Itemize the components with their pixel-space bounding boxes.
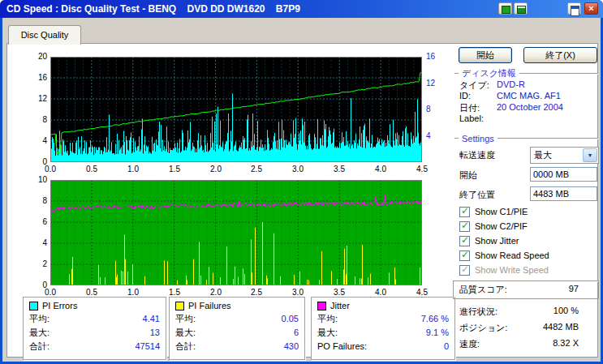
disc-type-label: タイプ: bbox=[459, 79, 489, 92]
quality-score-label: 品質スコア: bbox=[459, 284, 507, 296]
axis-tick-label: 4.5 bbox=[411, 288, 433, 297]
checkbox-show-c1-pie[interactable]: ✓ Show C1/PIE bbox=[459, 206, 528, 217]
start-position-label: 開始 bbox=[459, 169, 477, 182]
jitter-left-axis: 1086420 bbox=[26, 180, 47, 287]
stat-value: 0 bbox=[444, 340, 449, 353]
start-button[interactable]: 開始 bbox=[459, 47, 512, 63]
disc-type-value: DVD-R bbox=[497, 79, 525, 89]
app-window: CD Speed : Disc Quality Test - BENQ DVD … bbox=[0, 0, 603, 364]
pi-failures-stats: PI Failures 平均:0.05 最大:6 合計:430 bbox=[169, 297, 305, 360]
disc-label-label: Label: bbox=[459, 113, 484, 123]
position-value: 4482 MB bbox=[543, 322, 579, 332]
axis-tick-label: 4 bbox=[26, 136, 47, 145]
checkbox-box[interactable]: ✓ bbox=[459, 221, 470, 232]
axis-tick-label: 8 bbox=[26, 115, 47, 124]
axis-tick-label: 4.5 bbox=[411, 165, 433, 173]
progress-value: 100 % bbox=[553, 306, 579, 315]
pi-errors-stats: PI Errors 平均:4.41 最大:13 合計:47514 bbox=[23, 297, 166, 360]
end-position-label: 終了位置 bbox=[459, 189, 495, 201]
stat-label: PO Failures: bbox=[317, 340, 367, 353]
checkbox-box[interactable]: ✓ bbox=[459, 251, 470, 261]
axis-tick-label: 3.5 bbox=[329, 165, 350, 173]
checkbox-box[interactable]: ✓ bbox=[459, 265, 470, 276]
axis-tick-label: 4.0 bbox=[370, 165, 391, 173]
stat-value: 4.41 bbox=[143, 312, 160, 326]
stat-label: 最大: bbox=[29, 326, 50, 340]
window-title: CD Speed : Disc Quality Test - BENQ DVD … bbox=[6, 3, 300, 15]
axis-tick-label: 4 bbox=[426, 131, 444, 140]
jitter-stats: Jitter 平均:7.66 % 最大:9.1 % PO Failures:0 bbox=[311, 297, 455, 360]
checkbox-show-c2-pif[interactable]: ✓ Show C2/PIF bbox=[459, 221, 528, 232]
copy-chart-button[interactable] bbox=[498, 2, 512, 15]
chevron-down-icon[interactable]: ▼ bbox=[583, 148, 597, 162]
axis-tick-label: 20 bbox=[26, 52, 47, 61]
axis-tick-label: 16 bbox=[426, 52, 444, 61]
disc-date-value: 20 October 2004 bbox=[497, 102, 563, 112]
tab-disc-quality[interactable]: Disc Quality bbox=[8, 25, 81, 45]
disc-date-label: 日付: bbox=[459, 102, 480, 114]
checkbox-show-read-speed[interactable]: ✓ Show Read Speed bbox=[459, 250, 549, 261]
axis-tick-label: 8 bbox=[426, 105, 444, 113]
pi-errors-swatch-icon bbox=[29, 302, 38, 310]
pi-failures-stats-title: PI Failures bbox=[188, 301, 231, 310]
axis-tick-label: 12 bbox=[26, 94, 47, 103]
disc-info-group-header: ディスク情報 bbox=[454, 67, 598, 79]
end-position-input[interactable] bbox=[530, 186, 597, 201]
transfer-speed-label: 転送速度 bbox=[459, 149, 495, 161]
stat-value: 13 bbox=[150, 326, 160, 340]
transfer-speed-select[interactable]: 最大 ▼ bbox=[530, 147, 599, 164]
check-icon: ✓ bbox=[461, 249, 469, 260]
checkbox-label: Show Write Speed bbox=[475, 265, 549, 275]
axis-tick-label: 1.5 bbox=[164, 165, 185, 173]
pi-errors-chart bbox=[50, 57, 422, 162]
stat-value: 7.66 % bbox=[421, 312, 449, 326]
stat-label: 合計: bbox=[175, 340, 196, 353]
disc-id-label: ID: bbox=[459, 91, 471, 101]
exit-button[interactable]: 終了(X) bbox=[523, 47, 597, 63]
start-position-input[interactable] bbox=[530, 167, 597, 182]
window-icon bbox=[571, 6, 579, 16]
close-button[interactable]: × bbox=[584, 2, 598, 15]
axis-tick-label: 3.0 bbox=[287, 288, 308, 297]
quality-score-panel: 品質スコア: 97 bbox=[453, 280, 599, 299]
axis-tick-label: 0.0 bbox=[40, 165, 61, 173]
transfer-speed-value: 最大 bbox=[534, 149, 552, 161]
disc-id-value: CMC MAG. AF1 bbox=[497, 91, 561, 101]
checkbox-show-write-speed[interactable]: ✓ Show Write Speed bbox=[459, 264, 549, 276]
axis-tick-label: 1.5 bbox=[164, 288, 185, 297]
checkbox-show-jitter[interactable]: ✓ Show Jitter bbox=[459, 235, 519, 246]
axis-tick-label: 2.0 bbox=[205, 288, 226, 297]
read-speed-right-axis: 161284 bbox=[426, 57, 447, 164]
check-icon: ✓ bbox=[461, 205, 469, 216]
stat-value: 430 bbox=[284, 340, 299, 353]
window-button[interactable] bbox=[567, 2, 581, 15]
axis-tick-label: 0.5 bbox=[81, 288, 102, 297]
save-icon bbox=[517, 6, 526, 14]
stat-label: 平均: bbox=[317, 312, 338, 326]
check-icon: ✓ bbox=[461, 234, 469, 246]
position-label: ポジション: bbox=[459, 322, 507, 334]
jitter-stats-title: Jitter bbox=[330, 301, 350, 310]
progress-label: 進行状況: bbox=[459, 306, 497, 318]
checkbox-box[interactable]: ✓ bbox=[459, 207, 470, 217]
jitter-chart bbox=[50, 180, 422, 285]
stat-label: 合計: bbox=[29, 340, 50, 353]
pi-errors-left-axis: 201612840 bbox=[26, 57, 47, 164]
axis-tick-label: 8 bbox=[26, 196, 47, 205]
speed-value: 8.32 X bbox=[553, 338, 579, 348]
axis-tick-label: 4 bbox=[26, 238, 47, 247]
axis-tick-label: 0.5 bbox=[81, 165, 102, 173]
stat-value: 6 bbox=[294, 326, 299, 340]
disc-info-group-label: ディスク情報 bbox=[459, 67, 519, 79]
titlebar: CD Speed : Disc Quality Test - BENQ DVD … bbox=[0, 0, 603, 18]
stat-value: 9.1 % bbox=[426, 326, 449, 340]
jitter-chart-svg bbox=[50, 180, 422, 285]
axis-tick-label: 1.0 bbox=[123, 288, 144, 297]
checkbox-label: Show C2/PIF bbox=[475, 221, 528, 231]
checkbox-box[interactable]: ✓ bbox=[459, 236, 470, 246]
stat-value: 47514 bbox=[135, 340, 160, 353]
pi-failures-swatch-icon bbox=[175, 302, 184, 310]
jitter-swatch-icon bbox=[317, 302, 326, 310]
save-chart-button[interactable] bbox=[514, 2, 528, 15]
axis-tick-label: 0.0 bbox=[40, 288, 61, 297]
